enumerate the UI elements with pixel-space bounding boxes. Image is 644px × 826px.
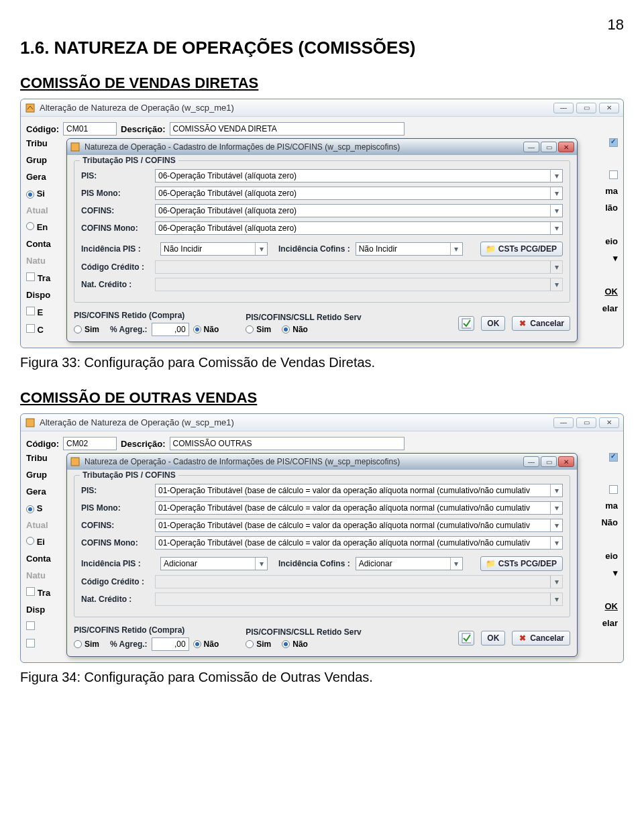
inc-cofins-combo[interactable]: Não Incidir▾	[356, 242, 463, 256]
retido-compra-title: PIS/COFINS Retido (Compra)	[74, 311, 225, 320]
codigo-field-2[interactable]	[63, 437, 117, 450]
trunc-label	[615, 468, 618, 478]
check-icon	[462, 633, 471, 643]
codigo-label: Código:	[26, 124, 59, 134]
maximize-button[interactable]: ▭	[576, 417, 596, 428]
trunc-label: lão	[605, 203, 618, 213]
minimize-button[interactable]: —	[523, 142, 539, 152]
trunc-radio: Si	[26, 189, 66, 199]
cod-credito-combo[interactable]: ▾	[155, 260, 563, 274]
inc-pis-combo-2[interactable]: Adicionar▾	[160, 557, 268, 570]
pis-combo[interactable]: 06-Operação Tributável (alíquota zero)▾	[155, 169, 563, 183]
trunc-check[interactable]	[609, 453, 618, 462]
chevron-down-icon: ▾	[255, 243, 267, 255]
apply-button[interactable]	[458, 316, 474, 331]
trunc-check	[26, 639, 66, 650]
cofins-combo-2[interactable]: 01-Operação Tributável (base de cálculo …	[155, 519, 563, 532]
cancel-icon: ✖	[518, 633, 527, 643]
trunc-combo[interactable]: ▾	[613, 568, 618, 578]
svg-rect-0	[26, 104, 34, 112]
descricao-field[interactable]	[170, 122, 405, 136]
page-number: 18	[20, 16, 624, 34]
app-icon	[70, 142, 80, 152]
group-legend: Tributação PIS / COFINS	[80, 156, 178, 165]
chevron-down-icon: ▾	[550, 576, 562, 588]
trunc-check: E	[26, 307, 66, 317]
trunc-label: Atual	[26, 520, 66, 530]
trunc-label	[615, 219, 618, 229]
agreg-label: % Agreg.:	[110, 325, 148, 334]
retido-serv-title: PIS/COFINS/CSLL Retido Serv	[246, 313, 361, 322]
trunc-combo[interactable]: ▾	[613, 253, 618, 263]
sim-radio-serv-2[interactable]: Sim	[246, 639, 271, 649]
trunc-check[interactable]	[609, 138, 618, 147]
sim-radio[interactable]: Sim	[74, 325, 99, 334]
pis-mono-combo-2[interactable]: 01-Operação Tributável (base de cálculo …	[155, 501, 563, 515]
trunc-radio: S	[26, 503, 66, 513]
cofins-label: COFINS:	[81, 206, 155, 215]
caption-1: Figura 33: Configuração para Comissão de…	[20, 355, 624, 370]
minimize-button[interactable]: —	[553, 417, 574, 428]
agreg-field[interactable]	[152, 323, 189, 336]
ok-button[interactable]: OK	[481, 316, 505, 331]
cofins-combo[interactable]: 06-Operação Tributável (alíquota zero)▾	[155, 204, 563, 217]
outer-window-1: Alteração de Natureza de Operação (w_scp…	[20, 99, 624, 348]
trunc-label: Tribu	[26, 453, 66, 463]
descricao-field-2[interactable]	[170, 437, 405, 450]
inc-cofins-combo-2[interactable]: Adicionar▾	[356, 557, 463, 570]
cancelar-button[interactable]: ✖ Cancelar	[512, 316, 570, 331]
codigo-field[interactable]	[63, 122, 117, 136]
cod-credito-combo-2[interactable]: ▾	[155, 575, 563, 588]
nat-credito-combo[interactable]: ▾	[155, 278, 563, 291]
retido-serv-title-2: PIS/COFINS/CSLL Retido Serv	[246, 627, 361, 637]
nao-radio-serv-2[interactable]: Não	[282, 639, 308, 649]
agreg-field-2[interactable]	[152, 637, 189, 651]
trunc-check: Tra	[26, 272, 66, 283]
close-button[interactable]: ✕	[599, 417, 619, 428]
app-icon	[70, 456, 80, 467]
trunc-label: Dispo	[26, 290, 66, 300]
check-icon	[462, 319, 471, 328]
group-legend-2: Tributação PIS / COFINS	[80, 470, 178, 480]
minimize-button[interactable]: —	[523, 456, 539, 467]
ok-label: OK	[605, 287, 619, 297]
descricao-label-2: Descrição:	[121, 439, 165, 449]
folder-icon: 📁	[486, 244, 496, 254]
nat-credito-combo-2[interactable]: ▾	[155, 592, 563, 606]
nao-radio-2[interactable]: Não	[193, 639, 219, 649]
cancel-icon: ✖	[518, 319, 527, 328]
close-button[interactable]: ✕	[599, 103, 619, 113]
minimize-button[interactable]: —	[553, 103, 574, 113]
maximize-button[interactable]: ▭	[576, 103, 596, 113]
maximize-button[interactable]: ▭	[541, 456, 557, 467]
ok-button-2[interactable]: OK	[481, 631, 505, 646]
close-button[interactable]: ✕	[558, 456, 574, 467]
chevron-down-icon: ▾	[550, 187, 562, 199]
cod-credito-label: Código Crédito :	[81, 262, 155, 272]
trunc-radio: Ei	[26, 537, 66, 547]
trunc-check[interactable]	[609, 485, 618, 494]
trunc-label: Tribu	[26, 138, 66, 148]
apply-button-2[interactable]	[458, 631, 474, 646]
csts-button-2[interactable]: 📁 CSTs PCG/DEP	[480, 556, 563, 571]
chevron-down-icon: ▾	[450, 558, 462, 570]
csts-button[interactable]: 📁 CSTs PCG/DEP	[480, 242, 563, 256]
trunc-label: Gera	[26, 172, 66, 182]
maximize-button[interactable]: ▭	[541, 142, 557, 152]
pis-mono-combo[interactable]: 06-Operação Tributável (alíquota zero)▾	[155, 187, 563, 200]
cofins-mono-combo-2[interactable]: 01-Operação Tributável (base de cálculo …	[155, 536, 563, 550]
nao-radio-serv[interactable]: Não	[282, 325, 308, 334]
sim-radio-serv[interactable]: Sim	[246, 325, 271, 334]
trunc-check[interactable]	[609, 170, 618, 179]
inc-cofins-label: Incidência Cofins :	[278, 244, 350, 254]
inc-pis-combo[interactable]: Não Incidir▾	[160, 242, 268, 256]
cofins-mono-combo[interactable]: 06-Operação Tributável (alíquota zero)▾	[155, 221, 563, 235]
svg-rect-1	[71, 143, 79, 151]
pis-combo-2[interactable]: 01-Operação Tributável (base de cálculo …	[155, 484, 563, 497]
nao-radio[interactable]: Não	[193, 325, 219, 334]
close-button[interactable]: ✕	[558, 142, 574, 152]
pis-mono-label: PIS Mono:	[81, 189, 155, 198]
cancelar-button-2[interactable]: ✖ Cancelar	[512, 631, 570, 646]
sim-radio-2[interactable]: Sim	[74, 639, 99, 649]
subtitle-2: COMISSÃO DE OUTRAS VENDAS	[20, 389, 624, 407]
